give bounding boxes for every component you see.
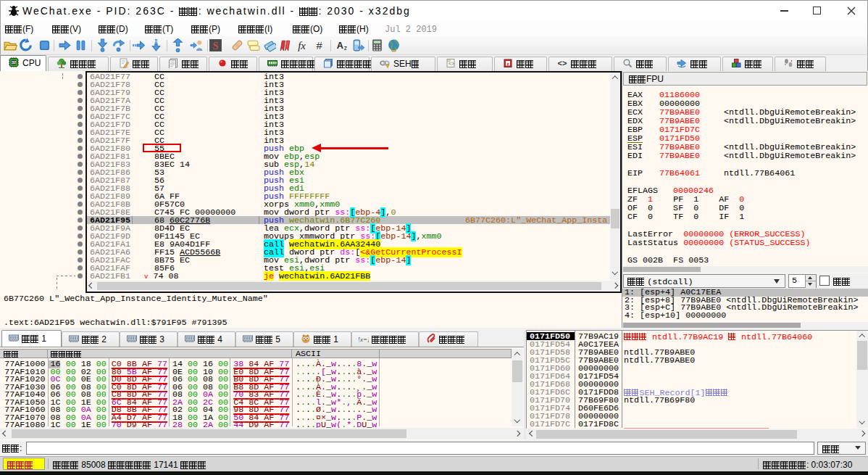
svg-text:[x=]: [x=] [359,336,369,343]
svg-text:<>: <> [448,61,454,66]
svg-text:z: z [344,44,347,51]
svg-text:z: z [507,62,509,66]
svg-text:#: # [316,40,322,51]
svg-text:<>: <> [558,59,567,67]
svg-text:S: S [213,41,219,51]
svg-text:A: A [337,41,343,51]
svg-text:32: 32 [12,60,16,65]
svg-text:fx: fx [298,40,306,51]
